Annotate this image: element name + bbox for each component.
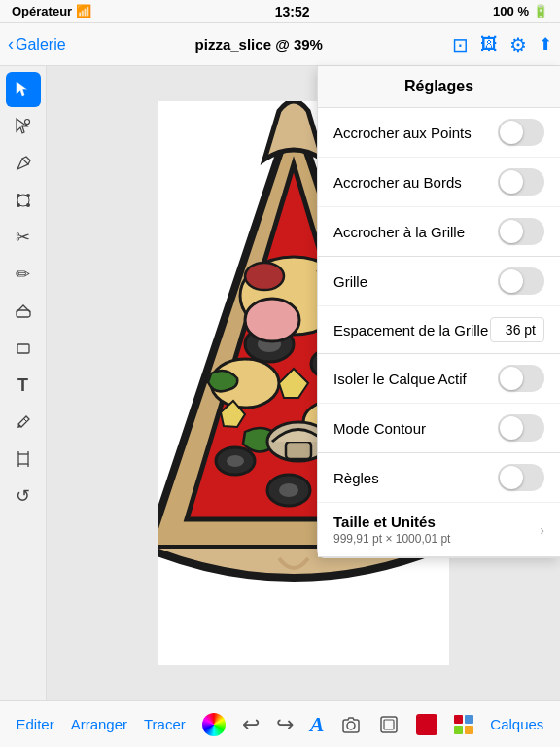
image-icon[interactable]: 🖼 [480,34,498,54]
svg-point-23 [279,483,298,497]
settings-row-outline-mode: Mode Contour [318,404,560,452]
grid-toggle[interactable] [498,267,544,295]
settings-row-rulers: Règles [318,453,560,503]
tab-tracer[interactable]: Tracer [136,712,193,736]
svg-rect-35 [384,720,394,729]
isolate-layer-label: Isoler le Calque Actif [333,371,467,387]
tab-fill-color[interactable] [408,710,445,739]
tab-undo[interactable]: ↩ [234,708,267,741]
settings-row-size-units[interactable]: Taille et Unités 999,91 pt × 1000,01 pt … [318,503,560,556]
size-units-chevron-icon: › [540,522,544,538]
settings-row-grid: Grille [318,257,560,306]
snap-points-label: Accrocher aux Points [333,124,472,141]
pencil-tool[interactable]: ✏ [6,257,41,292]
settings-section-rulers: Règles Taille et Unités 999,91 pt × 1000… [318,453,560,557]
edit-label: Editer [16,716,53,732]
tab-text-style[interactable]: A [302,708,332,741]
eraser-tool[interactable] [6,294,41,329]
select-tool[interactable] [6,72,41,107]
svg-rect-27 [286,442,311,459]
tab-share-layer[interactable] [370,710,407,739]
fill-color-icon[interactable] [416,714,438,735]
tab-edit[interactable]: Editer [8,712,61,736]
tab-layers[interactable]: Calques [482,712,551,736]
settings-icon[interactable]: ⚙ [509,33,527,56]
snap-grid-toggle[interactable] [498,218,544,245]
undo-icon[interactable]: ↩ [242,712,260,737]
tab-redo[interactable]: ↪ [268,708,301,741]
status-bar: Opérateur 📶 13:52 100 % 🔋 [0,0,560,23]
tab-camera[interactable] [332,710,369,739]
grid-spacing-input[interactable] [490,317,544,342]
node-tool[interactable] [6,183,41,218]
left-toolbar: ✂ ✏ T ↺ [0,66,47,700]
tab-bar: Editer Arranger Tracer ↩ ↪ A [0,700,560,747]
fit-icon[interactable]: ⊡ [452,33,469,56]
color-wheel-icon[interactable] [202,713,226,736]
svg-rect-7 [17,310,30,317]
settings-row-grid-spacing: Espacement de la Grille [318,306,560,353]
snap-edges-toggle[interactable] [498,168,544,196]
snap-edges-label: Accrocher au Bords [333,174,462,191]
snap-grid-label: Accrocher à la Grille [333,224,465,240]
pen-tool[interactable] [6,146,41,181]
tab-arrange[interactable]: Arranger [63,712,135,736]
arrange-label: Arranger [71,716,127,732]
eyedropper-tool[interactable] [6,405,41,440]
settings-row-snap-points: Accrocher aux Points [318,108,560,158]
size-units-value: 999,91 pt × 1000,01 pt [333,532,450,546]
size-units-info: Taille et Unités 999,91 pt × 1000,01 pt [333,514,450,546]
isolate-layer-toggle[interactable] [498,365,544,392]
settings-panel: Réglages Accrocher aux Points Accrocher … [317,66,560,558]
shape-tool[interactable] [6,331,41,366]
status-time: 13:52 [275,4,310,19]
svg-rect-10 [18,454,28,464]
size-units-label: Taille et Unités [333,514,450,530]
svg-rect-8 [18,344,29,353]
svg-point-2 [24,120,29,124]
share-layer-icon[interactable] [378,714,400,735]
settings-row-snap-edges: Accrocher au Bords [318,158,560,207]
text-tool[interactable]: T [6,368,41,403]
back-chevron-icon: ‹ [8,34,14,54]
camera-icon[interactable] [340,714,362,735]
svg-point-28 [245,263,284,290]
nav-bar: ‹ Galerie pizza_slice @ 39% ⊡ 🖼 ⚙ ⬆ [0,23,560,66]
svg-marker-1 [17,119,27,133]
svg-line-9 [23,418,27,422]
share-icon[interactable]: ⬆ [539,34,552,54]
snap-points-toggle[interactable] [498,119,544,146]
artboard-tool[interactable] [6,442,41,477]
tab-color-wheel[interactable] [194,709,233,740]
rotate-tool[interactable]: ↺ [6,479,41,514]
status-right: 100 % 🔋 [493,4,548,18]
rulers-label: Règles [333,470,379,486]
direct-select-tool[interactable] [6,109,41,144]
tab-swatches[interactable] [446,711,481,738]
layers-label: Calques [490,716,543,732]
grid-spacing-label: Espacement de la Grille [333,322,488,338]
svg-point-25 [227,455,244,467]
outline-mode-toggle[interactable] [498,414,544,442]
nav-actions: ⊡ 🖼 ⚙ ⬆ [452,33,552,56]
swatches-icon[interactable] [454,715,473,734]
scissors-tool[interactable]: ✂ [6,220,41,255]
battery-label: 100 % [493,4,529,18]
settings-row-snap-grid: Accrocher à la Grille [318,207,560,256]
svg-point-32 [245,299,299,341]
nav-title: pizza_slice @ 39% [195,36,323,53]
back-button[interactable]: ‹ Galerie [8,34,66,54]
settings-title: Réglages [404,78,473,94]
settings-section-grid: Grille Espacement de la Grille [318,257,560,354]
rulers-toggle[interactable] [498,464,544,491]
svg-marker-0 [17,82,27,96]
settings-section-snap: Accrocher aux Points Accrocher au Bords … [318,108,560,257]
wifi-icon: 📶 [76,4,91,18]
back-label: Galerie [16,36,66,53]
redo-icon[interactable]: ↪ [276,712,294,737]
svg-point-33 [347,722,355,729]
text-style-icon[interactable]: A [310,712,325,737]
grid-label: Grille [333,273,368,290]
tracer-label: Tracer [144,716,186,732]
settings-header: Réglages [318,66,560,108]
